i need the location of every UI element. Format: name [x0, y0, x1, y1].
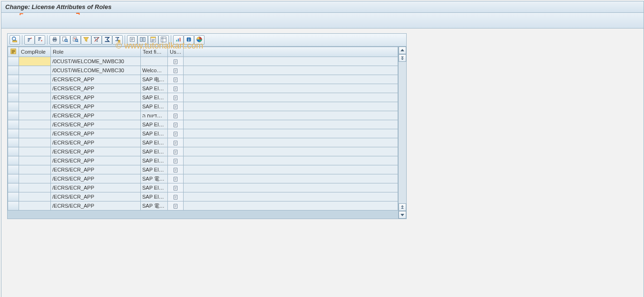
text-input[interactable] — [141, 84, 167, 93]
cell-comprole[interactable] — [19, 165, 51, 174]
scroll-down-button[interactable] — [399, 211, 406, 219]
row-selector[interactable] — [8, 192, 19, 201]
graphic-button[interactable] — [173, 35, 184, 45]
role-input[interactable] — [51, 66, 140, 75]
cell-us[interactable] — [168, 75, 184, 84]
role-input[interactable] — [51, 102, 140, 111]
role-input[interactable] — [51, 165, 140, 174]
cell-text[interactable] — [141, 75, 168, 84]
row-selector[interactable] — [8, 93, 19, 102]
row-selector[interactable] — [8, 174, 19, 183]
cell-comprole[interactable] — [19, 192, 51, 201]
row-selector[interactable] — [8, 183, 19, 192]
text-input[interactable] — [141, 75, 167, 84]
cell-us[interactable] — [168, 102, 184, 111]
row-selector[interactable] — [8, 138, 19, 147]
text-input[interactable] — [141, 147, 167, 156]
row-selector[interactable] — [8, 120, 19, 129]
cell-role[interactable] — [51, 111, 141, 120]
row-selector[interactable] — [8, 111, 19, 120]
role-input[interactable] — [51, 192, 140, 201]
comprole-input[interactable] — [19, 156, 50, 165]
cell-comprole[interactable] — [19, 66, 51, 75]
cell-comprole[interactable] — [19, 111, 51, 120]
comprole-input[interactable] — [19, 129, 50, 138]
col-header-role[interactable]: Role — [51, 47, 141, 57]
scroll-track[interactable] — [399, 62, 406, 203]
find-next-button[interactable] — [70, 35, 81, 45]
cell-text[interactable] — [141, 129, 168, 138]
scroll-page-up-button[interactable] — [399, 54, 406, 62]
comprole-input[interactable] — [19, 75, 50, 84]
cell-role[interactable] — [51, 165, 141, 174]
row-selector[interactable] — [8, 165, 19, 174]
text-input[interactable] — [141, 165, 167, 174]
comprole-input[interactable] — [19, 201, 50, 210]
print-button[interactable] — [49, 35, 60, 45]
text-input[interactable] — [141, 201, 167, 210]
row-selector[interactable] — [8, 84, 19, 93]
text-input[interactable] — [141, 120, 167, 129]
set-filter-button[interactable] — [81, 35, 91, 45]
row-selector[interactable] — [8, 147, 19, 156]
text-input[interactable] — [141, 156, 167, 165]
scroll-page-down-button[interactable] — [399, 203, 406, 211]
cell-role[interactable] — [51, 192, 141, 201]
cell-us[interactable] — [168, 174, 184, 183]
cell-comprole[interactable] — [19, 120, 51, 129]
info-button[interactable]: i — [184, 35, 194, 45]
sort-desc-button[interactable] — [35, 35, 45, 45]
cell-text[interactable] — [141, 201, 168, 211]
cell-us[interactable] — [168, 129, 184, 138]
role-input[interactable] — [51, 201, 140, 210]
row-selector[interactable] — [8, 201, 19, 211]
role-input[interactable] — [51, 120, 140, 129]
color-legend-button[interactable] — [194, 35, 205, 45]
comprole-input[interactable] — [19, 183, 50, 192]
cell-text[interactable] — [141, 147, 168, 156]
text-input[interactable] — [141, 138, 167, 147]
col-header-text[interactable]: Text fi… — [141, 47, 168, 57]
cell-role[interactable] — [51, 75, 141, 84]
cell-text[interactable] — [141, 138, 168, 147]
cell-comprole[interactable] — [19, 75, 51, 84]
row-selector[interactable] — [8, 102, 19, 111]
comprole-input[interactable] — [19, 102, 50, 111]
subtotal-button[interactable] — [112, 35, 123, 45]
text-input[interactable] — [141, 102, 167, 111]
row-selector[interactable] — [8, 75, 19, 84]
cell-comprole[interactable] — [19, 156, 51, 165]
export-button[interactable] — [127, 35, 137, 45]
cell-text[interactable] — [141, 111, 168, 120]
cell-us[interactable] — [168, 183, 184, 192]
comprole-input[interactable] — [19, 111, 50, 120]
cell-role[interactable] — [51, 120, 141, 129]
cell-role[interactable] — [51, 183, 141, 192]
text-input[interactable] — [141, 111, 167, 120]
cell-text[interactable] — [141, 66, 168, 75]
cell-comprole[interactable] — [19, 174, 51, 183]
scroll-up-button[interactable] — [399, 47, 406, 54]
text-input[interactable] — [141, 183, 167, 192]
comprole-input[interactable] — [19, 165, 50, 174]
comprole-input[interactable] — [19, 192, 50, 201]
cell-role[interactable] — [51, 138, 141, 147]
cell-role[interactable] — [51, 57, 141, 66]
cell-us[interactable] — [168, 201, 184, 211]
role-input[interactable] — [51, 84, 140, 93]
col-header-us[interactable]: Us… — [168, 47, 184, 57]
cell-us[interactable] — [168, 111, 184, 120]
comprole-input[interactable] — [19, 66, 50, 75]
comprole-input[interactable] — [19, 138, 50, 147]
cell-comprole[interactable] — [19, 138, 51, 147]
cell-text[interactable] — [141, 174, 168, 183]
corner-cell[interactable] — [8, 47, 19, 57]
cell-text[interactable] — [141, 156, 168, 165]
cell-text[interactable] — [141, 120, 168, 129]
sort-asc-button[interactable] — [24, 35, 35, 45]
comprole-input[interactable] — [19, 120, 50, 129]
cell-us[interactable] — [168, 93, 184, 102]
cell-comprole[interactable] — [19, 57, 51, 66]
text-input[interactable] — [141, 129, 167, 138]
cell-us[interactable] — [168, 138, 184, 147]
